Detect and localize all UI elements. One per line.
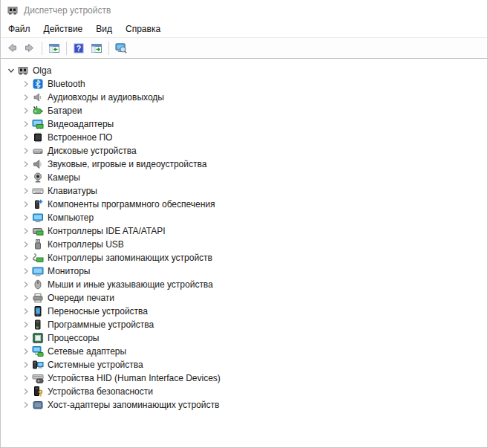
window-title: Диспетчер устройств: [24, 5, 111, 16]
menu-item-view[interactable]: Вид: [89, 22, 119, 36]
tree-item[interactable]: Очереди печати: [1, 291, 487, 305]
tree-item[interactable]: Компьютер: [1, 211, 487, 224]
chevron-right-icon[interactable]: [20, 319, 32, 331]
tree-item-label: Хост-адаптеры запоминающих устройств: [48, 400, 219, 410]
chevron-right-icon[interactable]: [20, 78, 32, 90]
console-tree-icon: [48, 42, 60, 54]
svg-text:?: ?: [77, 44, 81, 53]
chevron-right-icon[interactable]: [20, 132, 32, 143]
chevron-right-icon[interactable]: [20, 386, 32, 397]
tree-item[interactable]: Компоненты программного обеспечения: [1, 198, 487, 211]
computer-icon: [32, 212, 44, 224]
tree-item[interactable]: Переносные устройства: [1, 305, 487, 318]
chevron-right-icon[interactable]: [20, 279, 32, 290]
camera-icon: [32, 172, 44, 184]
monitor-icon: [32, 265, 44, 277]
tree-item[interactable]: Устройства HID (Human Interface Devices): [1, 371, 487, 385]
chevron-right-icon[interactable]: [20, 185, 32, 197]
tree-item-label: Контроллеры USB: [48, 239, 124, 250]
chevron-right-icon[interactable]: [20, 105, 32, 117]
chevron-right-icon[interactable]: [20, 225, 32, 237]
back-button[interactable]: [4, 40, 20, 56]
menu-item-file[interactable]: Файл: [1, 22, 37, 36]
tree-item-label: Системные устройства: [48, 360, 143, 370]
hid-icon: [32, 372, 44, 384]
chevron-right-icon[interactable]: [20, 265, 32, 277]
tree-item-label: Мыши и иные указывающие устройства: [48, 279, 213, 290]
chevron-right-icon[interactable]: [20, 91, 32, 103]
tree-item[interactable]: Хост-адаптеры запоминающих устройств: [1, 398, 487, 412]
tree-item[interactable]: Устройства безопасности: [1, 385, 487, 398]
tree-item[interactable]: Контроллеры IDE ATA/ATAPI: [1, 224, 487, 238]
chevron-right-icon[interactable]: [20, 238, 32, 250]
tree-item[interactable]: Батареи: [1, 104, 487, 117]
menu-item-help[interactable]: Справка: [119, 22, 167, 36]
tree-item[interactable]: Сетевые адаптеры: [1, 345, 487, 358]
forward-button[interactable]: [22, 40, 38, 56]
tree-item-label: Компоненты программного обеспечения: [48, 199, 215, 210]
forward-arrow-icon: [24, 42, 36, 54]
action-pane-button[interactable]: [88, 40, 105, 56]
tree-item[interactable]: Клавиатуры: [1, 184, 487, 198]
tree-item-label: Устройства HID (Human Interface Devices): [48, 373, 221, 383]
security-device-icon: [32, 386, 44, 397]
tree-item-label: Процессоры: [48, 333, 100, 343]
tree-item-label: Программные устройства: [48, 319, 154, 330]
computer-root-icon: [17, 65, 29, 77]
tree-item-label: Клавиатуры: [48, 186, 97, 196]
tree-item-label: Olga: [33, 65, 51, 76]
chevron-right-icon[interactable]: [20, 332, 32, 344]
chevron-right-icon[interactable]: [20, 305, 32, 317]
tree-item[interactable]: Звуковые, игровые и видеоустройства: [1, 158, 487, 171]
chevron-right-icon[interactable]: [20, 158, 32, 170]
action-pane-icon: [91, 42, 103, 54]
tree-item[interactable]: Встроенное ПО: [1, 131, 487, 144]
chevron-right-icon[interactable]: [20, 372, 32, 384]
chevron-right-icon[interactable]: [20, 399, 32, 411]
tree-item[interactable]: Системные устройства: [1, 358, 487, 371]
tree-item-label: Очереди печати: [48, 293, 114, 303]
chevron-down-icon[interactable]: [5, 65, 17, 77]
chevron-right-icon[interactable]: [20, 359, 32, 371]
show-console-tree-button[interactable]: [46, 40, 62, 56]
tree-item-label: Батареи: [48, 105, 82, 116]
network-adapter-icon: [32, 345, 44, 357]
tree-item[interactable]: Видеоадаптеры: [1, 117, 487, 131]
scan-hardware-button[interactable]: [113, 40, 129, 56]
toolbar: ?: [1, 38, 487, 59]
tree-item-label: Переносные устройства: [48, 306, 148, 316]
chevron-right-icon[interactable]: [20, 252, 32, 264]
chevron-right-icon[interactable]: [20, 345, 32, 357]
tree-item[interactable]: Аудиовходы и аудиовыходы: [1, 91, 487, 104]
tree-item-label: Сетевые адаптеры: [48, 346, 126, 357]
menu-bar: ФайлДействиеВидСправка: [1, 21, 487, 38]
tree-item[interactable]: Контроллеры USB: [1, 238, 487, 251]
chevron-right-icon[interactable]: [20, 198, 32, 210]
tree-item[interactable]: Дисковые устройства: [1, 144, 487, 158]
tree-item-label: Видеоадаптеры: [48, 119, 114, 129]
chevron-right-icon[interactable]: [20, 145, 32, 157]
portable-device-icon: [32, 305, 44, 317]
chevron-right-icon[interactable]: [20, 292, 32, 304]
tree-item[interactable]: Мониторы: [1, 264, 487, 278]
scan-hardware-icon: [115, 42, 127, 54]
tree-item-label: Дисковые устройства: [48, 146, 137, 156]
tree-root-item[interactable]: Olga: [1, 64, 487, 77]
tree-item[interactable]: Камеры: [1, 171, 487, 184]
keyboard-icon: [32, 185, 44, 197]
chevron-right-icon[interactable]: [20, 172, 32, 184]
tree-item[interactable]: Программные устройства: [1, 318, 487, 331]
tree-item[interactable]: Контроллеры запоминающих устройств: [1, 251, 487, 264]
tree-item[interactable]: Bluetooth: [1, 77, 487, 91]
menu-item-action[interactable]: Действие: [37, 22, 90, 36]
processor-icon: [32, 332, 44, 344]
tree-item[interactable]: Процессоры: [1, 331, 487, 345]
usb-controller-icon: [32, 238, 44, 250]
tree-item[interactable]: Мыши и иные указывающие устройства: [1, 278, 487, 291]
chevron-right-icon[interactable]: [20, 212, 32, 224]
device-manager-icon: [7, 4, 19, 16]
toolbar-separator: [66, 42, 67, 55]
help-button[interactable]: ?: [71, 40, 87, 56]
chevron-right-icon[interactable]: [20, 118, 32, 130]
tree-item-label: Контроллеры IDE ATA/ATAPI: [48, 226, 166, 236]
